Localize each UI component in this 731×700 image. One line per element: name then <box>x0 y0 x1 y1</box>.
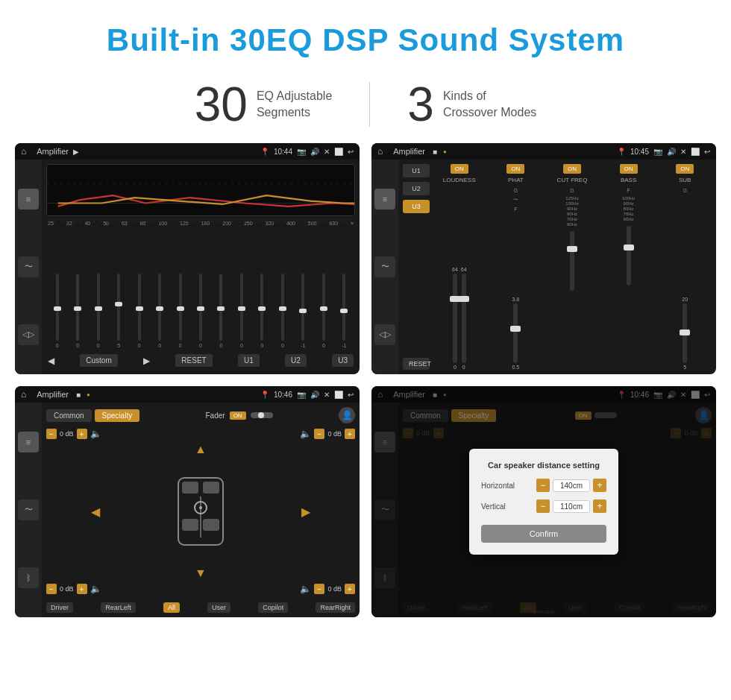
vol-side-btn-1[interactable]: ◁▷ <box>18 324 39 345</box>
home-icon-1[interactable]: ⌂ <box>21 146 26 157</box>
vertical-plus-btn[interactable]: + <box>593 499 606 513</box>
eq-slider-1[interactable]: 0 <box>68 274 87 348</box>
preset-u2[interactable]: U2 <box>403 182 430 195</box>
dialog-overlay: Car speaker distance setting Horizontal … <box>371 386 716 617</box>
arrow-right-3[interactable]: ▶ <box>301 505 310 519</box>
eq-slider-11[interactable]: 0 <box>273 274 292 348</box>
all-btn-3[interactable]: All <box>163 602 180 613</box>
copilot-btn-3[interactable]: Copilot <box>258 602 288 613</box>
side-controls-2: ≡ 〜 ◁▷ <box>371 160 398 374</box>
eq-slider-3[interactable]: 5 <box>109 274 128 348</box>
eq-slider-9[interactable]: 0 <box>232 274 251 348</box>
toggle-sub[interactable]: ON <box>676 164 694 174</box>
fader-on-3[interactable]: ON <box>230 412 246 420</box>
eq-slider-7[interactable]: 0 <box>191 274 210 348</box>
wave-side-btn-3[interactable]: 〜 <box>18 499 39 520</box>
specialty-btn-3[interactable]: Specialty <box>95 409 140 422</box>
close-icon-2[interactable]: ✕ <box>680 148 686 156</box>
arrow-up-3[interactable]: ▲ <box>195 443 207 456</box>
u3-btn-1[interactable]: U3 <box>332 354 354 367</box>
eq-side-btn-2[interactable]: ≡ <box>374 189 395 209</box>
bt-side-btn-3[interactable]: ᛒ <box>18 567 39 588</box>
toggle-bass[interactable]: ON <box>620 164 638 174</box>
eq-slider-0[interactable]: 0 <box>48 274 66 348</box>
vol-minus-rb-3[interactable]: − <box>314 584 324 594</box>
vol-minus-rt-3[interactable]: − <box>314 429 324 439</box>
vol-minus-lt-3[interactable]: − <box>46 429 57 439</box>
dialog-horizontal-label: Horizontal <box>481 482 515 490</box>
horizontal-plus-btn[interactable]: + <box>593 479 606 492</box>
eq-slider-6[interactable]: 0 <box>171 274 189 348</box>
eq-slider-13[interactable]: 0 <box>314 274 333 348</box>
rearleft-btn-3[interactable]: RearLeft <box>101 602 136 613</box>
home-icon-3[interactable]: ⌂ <box>21 389 26 400</box>
custom-btn[interactable]: Custom <box>80 354 117 367</box>
eq-side-btn-3[interactable]: ≡ <box>18 432 39 453</box>
vol-minus-lb-3[interactable]: − <box>46 584 57 594</box>
vol-plus-rt-3[interactable]: + <box>345 429 355 439</box>
dialog-vertical-row: Vertical − 110cm + <box>481 499 606 513</box>
screen-icon-3[interactable]: ⬜ <box>334 391 343 399</box>
common-btn-3[interactable]: Common <box>46 409 92 422</box>
user-btn-3[interactable]: User <box>207 602 230 613</box>
eq-slider-12[interactable]: -1 <box>294 274 313 348</box>
eq-main: 25 32 40 50 63 80 100 125 160 200 250 32… <box>42 160 360 374</box>
eq-side-btn-1[interactable]: ≡ <box>18 189 39 209</box>
eq-slider-8[interactable]: 0 <box>212 274 230 348</box>
eq-slider-10[interactable]: 0 <box>253 274 272 348</box>
home-icon-2[interactable]: ⌂ <box>377 146 383 157</box>
speaker-rt-3: 🔈 <box>299 428 311 440</box>
preset-u3[interactable]: U3 <box>403 200 430 213</box>
play-icon-1[interactable]: ▶ <box>73 148 79 156</box>
toggle-loudness[interactable]: ON <box>451 164 468 174</box>
vol-icon-3[interactable]: 🔊 <box>310 391 319 399</box>
channel-phat: ON PHAT G 〜 F 3.8 0.5 <box>489 164 543 370</box>
eq-slider-2[interactable]: 0 <box>89 274 107 348</box>
rearright-btn-3[interactable]: RearRight <box>316 602 355 613</box>
close-icon-3[interactable]: ✕ <box>324 391 330 399</box>
vol-plus-lt-3[interactable]: + <box>77 429 87 439</box>
prev-arrow[interactable]: ◀ <box>48 356 54 366</box>
toggle-cutfreq[interactable]: ON <box>563 164 581 174</box>
arrow-down-3[interactable]: ▼ <box>195 567 207 580</box>
fader-slider-3[interactable] <box>251 412 273 418</box>
vol-icon-2[interactable]: 🔊 <box>667 148 676 156</box>
stat2-label: Kinds of Crossover Modes <box>443 88 536 122</box>
eq-slider-14[interactable]: -1 <box>335 274 354 348</box>
back-icon-3[interactable]: ↩ <box>348 391 354 399</box>
vol-plus-rb-3[interactable]: + <box>345 584 355 594</box>
u2-btn-1[interactable]: U2 <box>285 354 307 367</box>
preset-u1[interactable]: U1 <box>403 164 430 177</box>
wave-side-btn-2[interactable]: 〜 <box>374 256 395 277</box>
svg-rect-7 <box>203 519 219 531</box>
reset-btn-2[interactable]: RESET <box>403 358 430 370</box>
dialog-horizontal-control: − 140cm + <box>536 479 606 492</box>
eq-slider-5[interactable]: 0 <box>150 274 169 348</box>
channel-cutfreq: ON CUT FREQ G 125Hz 100Hz 90Hz 80Hz 70Hz… <box>545 164 599 370</box>
toggle-phat[interactable]: ON <box>506 164 524 174</box>
screen-content-1: ≡ 〜 ◁▷ <box>15 160 360 374</box>
stat-crossover: 3 Kinds of Crossover Modes <box>370 81 574 128</box>
vol-plus-lb-3[interactable]: + <box>77 584 87 594</box>
time-1: 10:44 <box>274 148 292 156</box>
driver-btn-3[interactable]: Driver <box>46 602 73 613</box>
eq-slider-4[interactable]: 0 <box>130 274 148 348</box>
vol-right-top-3: 🔈 − 0 dB + <box>299 428 355 440</box>
profile-icon-3[interactable]: 👤 <box>339 407 355 423</box>
close-icon-1[interactable]: ✕ <box>324 148 330 156</box>
back-icon-1[interactable]: ↩ <box>348 148 354 156</box>
screen-icon-2[interactable]: ⬜ <box>691 148 700 156</box>
vertical-minus-btn[interactable]: − <box>536 499 550 513</box>
arrow-left-3[interactable]: ◀ <box>91 505 100 519</box>
bottom-btns-3: Driver RearLeft All User Copilot RearRig… <box>46 602 355 613</box>
vol-icon-1[interactable]: 🔊 <box>310 148 319 156</box>
play-arrow[interactable]: ▶ <box>143 356 150 366</box>
confirm-button[interactable]: Confirm <box>481 525 606 543</box>
horizontal-minus-btn[interactable]: − <box>536 479 550 492</box>
reset-btn-1[interactable]: RESET <box>175 354 212 367</box>
wave-side-btn-1[interactable]: 〜 <box>18 256 39 277</box>
back-icon-2[interactable]: ↩ <box>704 148 710 156</box>
screen-icon-1[interactable]: ⬜ <box>334 148 343 156</box>
u1-btn-1[interactable]: U1 <box>238 354 260 367</box>
vol-side-btn-2[interactable]: ◁▷ <box>374 324 395 345</box>
